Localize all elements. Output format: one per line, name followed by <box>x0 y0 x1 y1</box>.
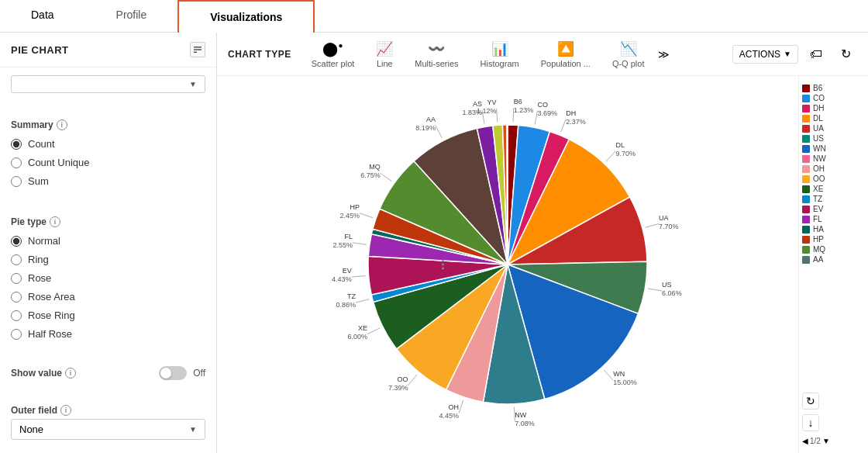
toggle-thumb <box>160 368 171 379</box>
legend-item: B6 <box>802 84 865 92</box>
legend-color-swatch <box>802 195 810 203</box>
pie-label: CO3.69% <box>535 101 557 125</box>
tab-visualizations[interactable]: Visualizations <box>177 0 315 33</box>
svg-text:9.70%: 9.70% <box>615 150 636 157</box>
svg-text:OH: OH <box>449 403 460 411</box>
main-layout: PIE CHART ▼ Summary i <box>0 33 868 453</box>
svg-line-15 <box>646 224 659 228</box>
line-icon: 📈 <box>376 40 393 57</box>
svg-line-36 <box>356 299 369 303</box>
scatter-label: Scatter plot <box>312 59 355 68</box>
pie-type-rose-area[interactable]: Rose Area <box>11 289 205 304</box>
refresh-button[interactable]: ↻ <box>834 43 857 66</box>
pie-label: XE6.00% <box>348 324 381 341</box>
legend-color-swatch <box>802 216 810 223</box>
svg-text:CO: CO <box>538 101 549 109</box>
pie-label: DL9.70% <box>606 141 636 161</box>
show-value-toggle[interactable]: Off <box>159 366 205 380</box>
resize-handle[interactable] <box>439 257 447 273</box>
pie-label: HP2.45% <box>340 203 374 220</box>
legend-color-swatch <box>802 226 810 233</box>
svg-text:2.45%: 2.45% <box>340 212 360 220</box>
svg-text:AA: AA <box>426 116 436 123</box>
svg-text:2.55%: 2.55% <box>332 241 353 249</box>
outer-field-info-icon[interactable]: i <box>60 405 71 416</box>
legend-item: OO <box>802 175 865 183</box>
pie-type-rose-ring[interactable]: Rose Ring <box>11 308 205 323</box>
chart-type-line[interactable]: 📈 Line <box>368 37 401 71</box>
histogram-label: Histogram <box>480 59 519 68</box>
population-icon: 🔼 <box>557 40 574 57</box>
show-value-info-icon[interactable]: i <box>65 368 76 379</box>
svg-text:US: US <box>662 281 672 289</box>
legend-controls: ↻ ↓ <box>802 392 865 431</box>
chart-type-population[interactable]: 🔼 Population ... <box>533 37 598 71</box>
svg-text:MQ: MQ <box>369 163 381 171</box>
pie-type-info-icon[interactable]: i <box>50 216 60 227</box>
page-prev-btn[interactable]: ◀ <box>802 437 808 445</box>
pie-chart-svg: B61.23%CO3.69%DH2.37%DL9.70%UA7.70%US6.0… <box>306 86 709 443</box>
content-area: CHART TYPE ⬤● Scatter plot 📈 Line 〰️ Mul… <box>217 33 868 453</box>
toolbar-actions: ACTIONS ▼ 🏷 ↻ <box>732 43 857 66</box>
legend-item: EV <box>802 205 865 213</box>
pie-label: FL2.55% <box>332 233 366 249</box>
svg-text:1.12%: 1.12% <box>477 107 497 115</box>
legend-item: XE <box>802 185 865 193</box>
column-selector[interactable]: ▼ <box>11 75 205 93</box>
svg-text:4.43%: 4.43% <box>332 275 352 283</box>
svg-line-21 <box>604 370 613 380</box>
outer-field-section: Outer field i None ▼ <box>0 397 216 448</box>
pie-label: NW7.08% <box>515 407 535 427</box>
sidebar-collapse-button[interactable] <box>190 42 205 57</box>
pie-type-ring[interactable]: Ring <box>11 252 205 267</box>
legend-color-swatch <box>802 85 810 92</box>
svg-text:7.39%: 7.39% <box>388 384 408 392</box>
summary-sum[interactable]: Sum <box>11 174 205 188</box>
expand-charts-btn[interactable]: ≫ <box>658 48 670 61</box>
chart-type-multi[interactable]: 〰️ Multi-series <box>407 37 466 71</box>
svg-line-30 <box>408 375 417 386</box>
outer-field-select[interactable]: None ▼ <box>11 419 205 440</box>
pie-label: B61.23% <box>513 98 533 122</box>
qq-icon: 📉 <box>620 40 637 57</box>
tag-button[interactable]: 🏷 <box>804 43 828 66</box>
tab-profile[interactable]: Profile <box>85 0 178 32</box>
legend-item: AA <box>802 255 865 264</box>
legend-color-swatch <box>802 105 810 112</box>
legend-refresh-btn[interactable]: ↻ <box>802 392 819 410</box>
actions-dropdown[interactable]: ACTIONS ▼ <box>732 45 798 64</box>
toggle-track[interactable] <box>159 366 187 380</box>
chart-type-histogram[interactable]: 📊 Histogram <box>473 37 527 71</box>
page-next-btn[interactable]: ▼ <box>822 437 830 445</box>
summary-count-unique[interactable]: Count Unique <box>11 155 205 170</box>
legend-color-swatch <box>802 256 810 264</box>
pie-type-rose[interactable]: Rose <box>11 271 205 285</box>
summary-info-icon[interactable]: i <box>57 119 67 130</box>
pie-type-normal[interactable]: Normal <box>11 233 205 248</box>
legend-download-btn[interactable]: ↓ <box>802 414 819 431</box>
pie-label: DH2.37% <box>561 109 586 133</box>
show-value-label: Show value i <box>11 368 76 379</box>
legend-item: US <box>802 134 865 143</box>
chart-type-label: CHART TYPE <box>228 49 291 60</box>
chart-type-qq[interactable]: 📉 Q-Q plot <box>604 37 653 71</box>
page-info: 1/2 <box>810 437 821 445</box>
pie-label: OO7.39% <box>388 375 417 392</box>
legend-color-swatch <box>802 246 810 254</box>
tab-data[interactable]: Data <box>0 0 85 32</box>
svg-line-12 <box>606 151 615 161</box>
pie-type-half-rose[interactable]: Half Rose <box>11 327 205 341</box>
summary-section: Summary i Count Count Unique Sum <box>0 112 216 196</box>
chart-type-scatter[interactable]: ⬤● Scatter plot <box>304 37 363 71</box>
pie-label: UA7.70% <box>646 214 679 230</box>
legend-color-swatch <box>802 206 810 213</box>
svg-text:TZ: TZ <box>347 292 356 300</box>
legend-color-swatch <box>802 125 810 133</box>
svg-line-45 <box>360 213 373 218</box>
summary-count[interactable]: Count <box>11 137 205 151</box>
svg-text:6.06%: 6.06% <box>662 289 682 297</box>
legend-color-swatch <box>802 185 810 193</box>
svg-rect-2 <box>194 52 197 54</box>
svg-text:3.69%: 3.69% <box>538 109 558 117</box>
legend-item: WN <box>802 144 865 153</box>
